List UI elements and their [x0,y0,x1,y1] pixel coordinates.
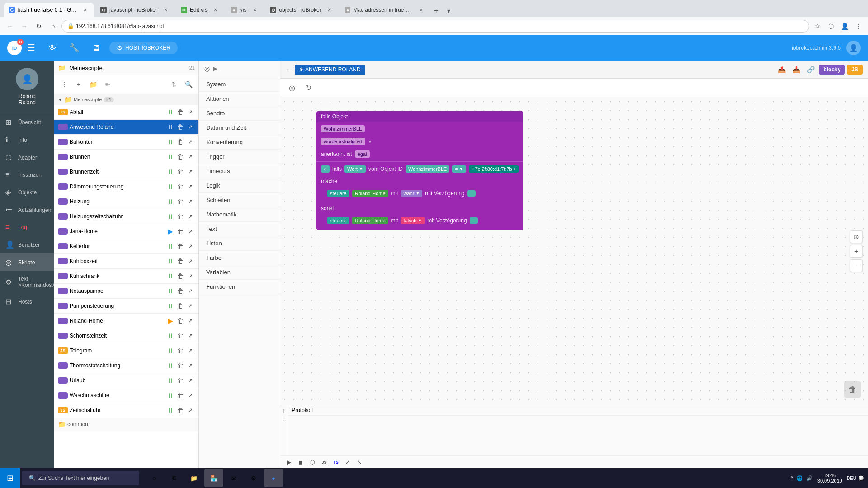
taskbar-store[interactable]: 🏪 [204,469,223,487]
script-export-7[interactable]: ↗ [186,212,195,221]
wert-tag[interactable]: Wert ▼ [344,165,366,173]
block-menu-sendto[interactable]: Sendto [199,106,280,121]
script-export-8[interactable]: ↗ [186,227,195,236]
script-play-17[interactable]: ⏸ [166,361,175,370]
block-menu-variablen[interactable]: Variablen [199,265,280,280]
list-item[interactable]: Kuhlboxzeit⏸🗑↗ [54,254,198,269]
protocol-arrow-button[interactable]: ↑ [283,407,286,414]
tab-3[interactable]: ●vis✕ [226,3,264,17]
script-play-12[interactable]: ⏸ [166,286,175,296]
user-icon[interactable]: 👤 [846,41,861,55]
profile-button[interactable]: 👤 [838,20,851,33]
tab-close-2[interactable]: ✕ [212,6,219,14]
sidebar-item-log[interactable]: ≡Log [0,219,54,236]
canvas-workspace[interactable]: falls Objekt WohnzimmerBLE wurde aktuali… [280,97,868,405]
script-export-1[interactable]: ↗ [186,122,195,131]
list-item[interactable]: Kühlschrank⏸🗑↗ [54,269,198,284]
script-delete-17[interactable]: 🗑 [176,361,185,370]
if-object-block[interactable]: falls Objekt WohnzimmerBLE wurde aktuali… [316,111,523,230]
block-menu-trigger[interactable]: Trigger [199,150,280,164]
taskbar-chrome[interactable]: ● [264,469,283,487]
block-menu-funktionen[interactable]: Funktionen [199,280,280,294]
script-export-14[interactable]: ↗ [186,316,195,325]
steuere1-tag[interactable]: steuere [327,190,349,197]
falsch-tag[interactable]: falsch ▼ [401,217,425,224]
list-item[interactable]: Jana-Home▶🗑↗ [54,224,198,239]
sidebar-item-aufzahlungen[interactable]: ≔Aufzählungen [0,201,54,219]
script-delete-16[interactable]: 🗑 [176,346,185,355]
script-delete-5[interactable]: 🗑 [176,182,185,191]
list-item[interactable]: Notauspumpe⏸🗑↗ [54,284,198,299]
sidebar-item-info[interactable]: ℹInfo [0,131,54,149]
script-delete-10[interactable]: 🗑 [176,257,185,266]
script-play-16[interactable]: ⏸ [166,346,175,355]
add-script-button[interactable]: + [72,78,85,91]
script-export-13[interactable]: ↗ [186,301,195,310]
script-play-6[interactable]: ⏸ [166,197,175,206]
list-item[interactable]: Brunnenzeit⏸🗑↗ [54,164,198,179]
script-play-10[interactable]: ⏸ [166,257,175,266]
script-delete-1[interactable]: 🗑 [176,122,185,131]
wohnzimmer-ble-tag[interactable]: WohnzimmerBLE [321,125,365,132]
script-export-19[interactable]: ↗ [186,391,195,400]
start-button[interactable]: ⊞ [0,468,20,488]
script-export-4[interactable]: ↗ [186,167,195,176]
list-item[interactable]: JSAbfall⏸🗑↗ [54,105,198,120]
js-mode-button[interactable]: JS [847,65,863,75]
script-delete-12[interactable]: 🗑 [176,286,185,296]
sort-button[interactable]: ⇅ [168,78,180,91]
run-button[interactable]: ◎ [286,81,298,94]
wurde-aktualisiert-tag[interactable]: wurde aktualisiert [321,138,365,145]
tab-4[interactable]: ⚙objects - ioBroker✕ [264,3,338,17]
taskbar-explorer[interactable]: 📁 [184,469,203,487]
script-play-13[interactable]: ⏸ [166,301,175,310]
sidebar-item-instanzen[interactable]: ≡Instanzen [0,166,54,183]
roland-home2-tag[interactable]: Roland-Home [352,217,388,224]
blocky-mode-button[interactable]: blocky [819,65,845,75]
list-item[interactable]: Brunnen⏸🗑↗ [54,150,198,164]
bookmark-button[interactable]: ☆ [811,20,824,33]
script-delete-11[interactable]: 🗑 [176,272,185,281]
zoom-out-button[interactable]: − [850,259,863,272]
zoom-in-button[interactable]: + [850,245,863,258]
import-button[interactable]: 📥 [790,63,802,76]
script-export-5[interactable]: ↗ [186,182,195,191]
canvas-back-button[interactable]: ← [286,66,293,74]
trash-area[interactable]: 🗑 [844,381,861,398]
tab-close-0[interactable]: ✕ [82,6,89,14]
script-export-10[interactable]: ↗ [186,257,195,266]
script-delete-9[interactable]: 🗑 [176,242,185,251]
script-play-15[interactable]: ⏸ [166,331,175,340]
equals-tag[interactable]: = ▼ [452,165,466,173]
list-item[interactable]: JSTelegram⏸🗑↗ [54,343,198,358]
taskbar-task-view[interactable]: ⧉ [165,469,184,487]
expand-icon[interactable]: ⤢ [343,457,353,467]
list-item[interactable]: Anwesend Roland⏸🗑↗ [54,120,198,135]
script-section-meinescripte[interactable]: ▼📁Meinescripte21 [54,94,198,105]
script-delete-8[interactable]: 🗑 [176,227,185,236]
tab-0[interactable]: Gbash true false 0 1 - Google✕ [4,3,94,17]
ts-icon[interactable]: TS [331,457,341,467]
reload-button[interactable]: ↻ [33,20,45,33]
tab-close-5[interactable]: ✕ [418,6,424,14]
script-delete-6[interactable]: 🗑 [176,197,185,206]
desktop-button[interactable]: 🖥 [88,40,104,56]
script-export-6[interactable]: ↗ [186,197,195,206]
back-button[interactable]: ← [4,20,16,33]
script-export-12[interactable]: ↗ [186,286,195,296]
tab-5[interactable]: ●Mac adressen in true und fa✕ [340,3,430,17]
list-item[interactable]: Kellertür⏸🗑↗ [54,239,198,254]
block-icon[interactable]: ⬡ [307,457,317,467]
list-item[interactable]: Dämmerungsteuerung⏸🗑↗ [54,179,198,194]
tab-close-3[interactable]: ✕ [251,6,258,14]
script-export-9[interactable]: ↗ [186,242,195,251]
sidebar-item-text-kommandos[interactable]: ⚙Text->Kommandos.0 [0,271,54,293]
list-item[interactable]: Urlaub⏸🗑↗ [54,373,198,388]
taskbar-cortana[interactable]: ○ [145,469,164,487]
sidebar-item-skripte[interactable]: ◎Skripte [0,253,54,271]
tab-1[interactable]: ⚙javascript - ioBroker✕ [95,3,175,17]
block-menu-listen[interactable]: Listen [199,236,280,251]
tab-close-1[interactable]: ✕ [162,6,169,14]
list-item[interactable]: Balkontür⏸🗑↗ [54,135,198,150]
script-play-7[interactable]: ⏸ [166,212,175,221]
